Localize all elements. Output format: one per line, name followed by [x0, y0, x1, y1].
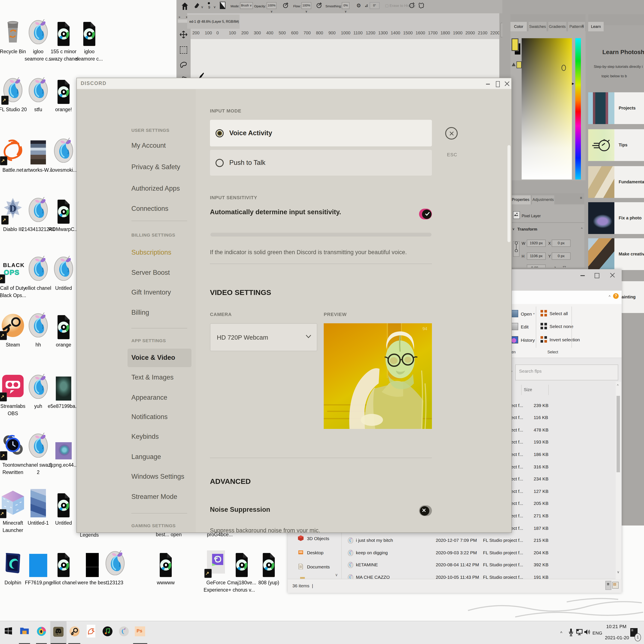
- svg-text:94: 94: [422, 326, 427, 331]
